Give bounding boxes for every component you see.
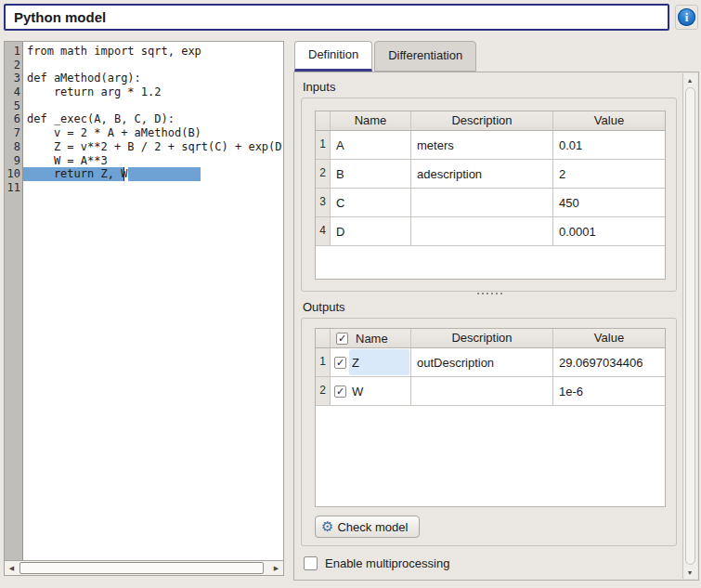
vertical-scrollbar-thumb[interactable] bbox=[685, 87, 695, 565]
multiprocessing-row: Enable multiprocessing bbox=[304, 556, 449, 570]
enable-multiprocessing-checkbox[interactable] bbox=[304, 556, 318, 570]
gear-icon: ⚙ bbox=[321, 520, 333, 534]
input-value-cell[interactable]: 2 bbox=[553, 160, 665, 188]
tab-definition[interactable]: Definition bbox=[294, 41, 372, 72]
info-button[interactable]: i bbox=[675, 5, 698, 30]
code-line: 1from math import sqrt, exp bbox=[5, 45, 283, 59]
inputs-row: 1 A meters 0.01 bbox=[316, 131, 665, 160]
python-code-editor[interactable]: 1from math import sqrt, exp 2 3def aMeth… bbox=[4, 41, 284, 576]
output-checkbox[interactable]: ✓ bbox=[334, 385, 346, 398]
code-line: 9 W = A**3 bbox=[5, 154, 283, 168]
tab-bar: Definition Differentiation bbox=[294, 41, 478, 72]
code-line: 7 v = 2 * A + aMethod(B) bbox=[5, 126, 283, 140]
info-icon: i bbox=[678, 8, 695, 26]
output-checkbox[interactable]: ✓ bbox=[334, 357, 346, 369]
inputs-table: Name Description Value 1 A meters 0.01 2… bbox=[315, 111, 666, 280]
outputs-table-header: ✓ Name Description Value bbox=[316, 329, 665, 348]
outputs-header-name: ✓ Name bbox=[331, 329, 411, 347]
input-description-cell[interactable]: adescription bbox=[411, 160, 553, 188]
code-area[interactable]: 1from math import sqrt, exp 2 3def aMeth… bbox=[5, 45, 283, 195]
code-line: 6def _exec(A, B, C, D): bbox=[5, 112, 283, 126]
input-value-cell[interactable]: 450 bbox=[553, 189, 665, 216]
inputs-table-header: Name Description Value bbox=[316, 111, 665, 131]
code-line-selected: 10 return Z, W bbox=[5, 167, 283, 181]
row-number[interactable]: 4 bbox=[316, 217, 331, 245]
check-model-button[interactable]: ⚙ Check model bbox=[315, 516, 420, 538]
inputs-group-frame: Name Description Value 1 A meters 0.01 2… bbox=[301, 98, 677, 292]
select-all-checkbox[interactable]: ✓ bbox=[336, 333, 348, 345]
row-number[interactable]: 3 bbox=[316, 189, 331, 216]
code-line: 4 return arg * 1.2 bbox=[5, 85, 283, 99]
output-description-cell[interactable]: outDescription bbox=[411, 348, 553, 376]
editor-horizontal-scrollbar[interactable]: ◀ ▶ bbox=[5, 560, 283, 575]
row-number[interactable]: 2 bbox=[316, 377, 331, 405]
input-name-cell[interactable]: D bbox=[331, 217, 411, 245]
inputs-header-name: Name bbox=[331, 111, 411, 130]
code-line: 2 bbox=[5, 59, 283, 72]
inputs-row: 3 C 450 bbox=[316, 189, 665, 217]
code-line: 8 Z = v**2 + B / 2 + sqrt(C) + exp(D) bbox=[5, 140, 283, 154]
definition-panel: Inputs Name Description Value 1 A meters… bbox=[293, 72, 699, 581]
input-value-cell[interactable]: 0.0001 bbox=[553, 217, 665, 245]
panel-vertical-scrollbar[interactable]: ▲ ▼ bbox=[682, 73, 697, 579]
output-name-cell[interactable]: ✓ W bbox=[331, 377, 411, 405]
inputs-group-label: Inputs bbox=[303, 80, 335, 94]
scroll-down-icon[interactable]: ▼ bbox=[683, 566, 696, 579]
splitter-handle[interactable] bbox=[295, 290, 683, 296]
input-name-cell[interactable]: C bbox=[331, 189, 411, 216]
inputs-header-value: Value bbox=[553, 111, 665, 130]
code-line: 5 bbox=[5, 99, 283, 113]
output-value-cell[interactable]: 29.0697034406 bbox=[553, 348, 665, 376]
multiprocessing-label: Enable multiprocessing bbox=[325, 556, 449, 570]
row-number[interactable]: 2 bbox=[316, 160, 331, 188]
inputs-row: 2 B adescription 2 bbox=[316, 160, 665, 189]
outputs-header-description: Description bbox=[411, 329, 553, 347]
outputs-row: 1 ✓ Z outDescription 29.0697034406 bbox=[316, 348, 665, 377]
scroll-up-icon[interactable]: ▲ bbox=[683, 73, 696, 86]
input-value-cell[interactable]: 0.01 bbox=[553, 131, 665, 159]
input-name-cell[interactable]: B bbox=[331, 160, 411, 188]
scroll-right-icon[interactable]: ▶ bbox=[269, 561, 283, 575]
inputs-header-description: Description bbox=[411, 111, 553, 130]
outputs-group-frame: ✓ Name Description Value 1 ✓ Z outDescri… bbox=[301, 318, 677, 546]
outputs-group-label: Outputs bbox=[303, 300, 345, 314]
row-number[interactable]: 1 bbox=[316, 131, 331, 159]
code-line: 3def aMethod(arg): bbox=[5, 72, 283, 85]
output-name-cell[interactable]: ✓ Z bbox=[331, 348, 411, 376]
outputs-row: 2 ✓ W 1e-6 bbox=[316, 377, 665, 406]
output-value-cell[interactable]: 1e-6 bbox=[553, 377, 665, 405]
input-description-cell[interactable]: meters bbox=[411, 131, 553, 159]
horizontal-scrollbar-thumb[interactable] bbox=[19, 562, 264, 574]
row-number[interactable]: 1 bbox=[316, 348, 331, 376]
model-name-input[interactable]: Python model bbox=[4, 4, 669, 31]
outputs-table: ✓ Name Description Value 1 ✓ Z outDescri… bbox=[315, 328, 666, 507]
tab-differentiation[interactable]: Differentiation bbox=[374, 41, 476, 72]
code-line: 11 bbox=[5, 181, 283, 195]
input-description-cell[interactable] bbox=[411, 217, 553, 245]
input-description-cell[interactable] bbox=[411, 189, 553, 216]
output-description-cell[interactable] bbox=[411, 377, 553, 405]
scroll-left-icon[interactable]: ◀ bbox=[5, 561, 19, 575]
inputs-row: 4 D 0.0001 bbox=[316, 217, 665, 246]
outputs-header-value: Value bbox=[553, 329, 665, 347]
input-name-cell[interactable]: A bbox=[331, 131, 411, 159]
